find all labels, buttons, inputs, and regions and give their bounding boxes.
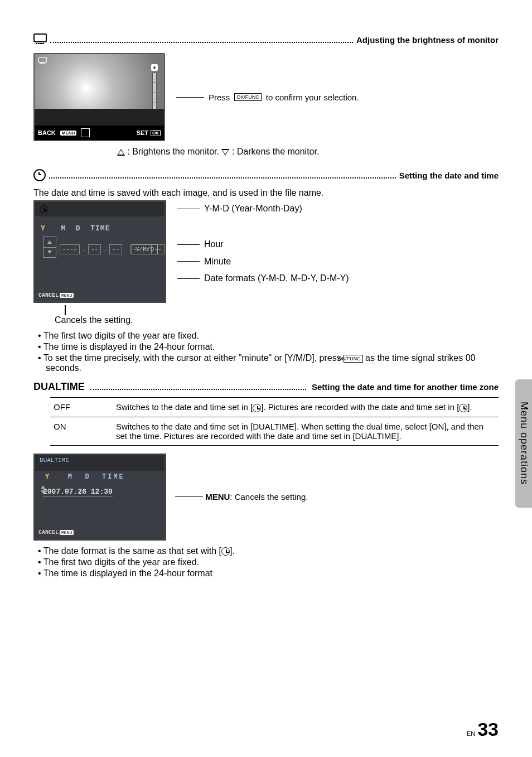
datetime-heading-text: Setting the date and time xyxy=(399,171,499,180)
datetime-intro: The date and time is saved with each ima… xyxy=(33,188,499,198)
clock-icon xyxy=(253,404,261,412)
menu-pill: MENU xyxy=(60,530,74,535)
datetime-heading: Setting the date and time xyxy=(33,169,499,181)
clock-icon xyxy=(459,404,467,412)
svg-rect-8 xyxy=(42,63,43,64)
ymd-box: Y/M/D xyxy=(132,244,158,254)
dualtime-lcd-screenshot: DUALTIME Y M D TIME 2007.07.26 12:30 CAN… xyxy=(33,454,166,541)
cancel-label: CANCEL xyxy=(38,529,59,536)
side-tab-label: Menu operations xyxy=(518,402,530,485)
mode-icon xyxy=(81,128,90,137)
dualtime-heading: DUALTIME Setting the date and time for a… xyxy=(33,381,499,393)
option-desc: Switches to the date and time set in [].… xyxy=(113,398,499,417)
svg-rect-1 xyxy=(36,43,37,44)
bullet: The first two digits of the year are fix… xyxy=(38,557,499,567)
brightness-preview-screenshot: + − BACK MENU SET OK xyxy=(33,53,165,141)
cancel-caption: Cancels the setting. xyxy=(55,315,166,325)
ymd-label: Y-M-D (Year-Month-Day) xyxy=(204,200,302,217)
table-row: OFF Switches to the date and time set in… xyxy=(50,398,499,417)
svg-rect-4 xyxy=(42,43,44,44)
txt: Switches to the date and time set in [ xyxy=(116,402,253,412)
datetime-bullets: The first two digits of the year are fix… xyxy=(33,331,499,373)
monitor-brightness-icon xyxy=(33,33,47,46)
dualtime-title: DUALTIME xyxy=(33,381,85,393)
okfunc-button-icon: OK/FUNC xyxy=(234,93,262,101)
option-key: ON xyxy=(50,417,113,445)
set-label: SET xyxy=(137,129,148,136)
bullet3-pre: To set the time precisely, with the curs… xyxy=(43,353,344,363)
option-key: OFF xyxy=(50,398,113,417)
table-row: ON Switches to the date and time set in … xyxy=(50,417,499,445)
back-label: BACK xyxy=(38,129,56,136)
clock-icon xyxy=(221,547,230,556)
monitor-brightness-icon xyxy=(38,56,47,66)
svg-rect-7 xyxy=(41,63,42,64)
menu-rest: : Cancels the setting. xyxy=(230,492,308,502)
bullet: To set the time precisely, with the curs… xyxy=(38,353,499,373)
confirm-prefix: Press xyxy=(209,93,230,102)
dualtime-bullets: The date format is the same as that set … xyxy=(33,546,499,578)
brightness-heading: Adjusting the brightness of monitor xyxy=(33,33,499,46)
updown-tiny-icon xyxy=(41,485,45,495)
bullet: The time is displayed in the 24-hour for… xyxy=(38,342,499,352)
txt: The date format is the same as that set … xyxy=(43,546,221,556)
lcd-row-labels: Y M D TIME xyxy=(35,471,165,481)
minute-label: Minute xyxy=(204,253,231,270)
bullet: The first two digits of the year are fix… xyxy=(38,331,499,341)
clock-icon xyxy=(40,205,47,213)
txt: ]. Pictures are recorded with the date a… xyxy=(261,402,459,412)
brightness-triangles-line: : Brightens the monitor. : Darkens the m… xyxy=(117,147,499,157)
page-number: EN 33 xyxy=(467,719,499,740)
darken-text: : Darkens the monitor. xyxy=(232,147,320,156)
svg-rect-5 xyxy=(38,57,46,62)
menu-pill: MENU xyxy=(60,131,77,136)
bullet: The time is displayed in the 24-hour for… xyxy=(38,568,499,578)
dualtime-options-table: OFF Switches to the date and time set in… xyxy=(50,397,499,446)
brighten-text: : Brightens the monitor. xyxy=(127,147,221,156)
triangle-up-icon xyxy=(117,149,125,156)
confirm-line: Press OK/FUNC to confirm your selection. xyxy=(176,93,359,102)
svg-rect-9 xyxy=(44,63,45,64)
side-tab: Menu operations xyxy=(515,379,532,508)
cancel-label: CANCEL xyxy=(38,292,59,298)
lcd-date-value: 2007.07.26 12:30 xyxy=(43,488,113,497)
dualtime-subheading: Setting the date and time for another ti… xyxy=(312,382,499,392)
plus-icon: + xyxy=(151,64,158,71)
okfunc-button-icon: OK/FUNC xyxy=(344,355,363,363)
page-en: EN xyxy=(467,730,475,737)
txt: ]. xyxy=(230,546,235,556)
svg-rect-0 xyxy=(34,34,46,42)
svg-rect-6 xyxy=(40,63,41,64)
formats-label: Date formats (Y-M-D, M-D-Y, D-M-Y) xyxy=(204,270,349,287)
svg-rect-3 xyxy=(40,43,42,44)
bullet: The date format is the same as that set … xyxy=(38,546,499,556)
datetime-lcd-screenshot: Y M D TIME ----.--.-- --:-- Y/M/D CANCEL… xyxy=(33,200,166,303)
menu-bold: MENU xyxy=(205,492,230,502)
updown-control-icon xyxy=(43,237,56,258)
confirm-suffix: to confirm your selection. xyxy=(266,93,359,102)
svg-rect-2 xyxy=(38,43,40,44)
lcd-title: DUALTIME xyxy=(35,455,165,471)
brightness-heading-text: Adjusting the brightness of monitor xyxy=(356,35,499,45)
ok-pill: OK xyxy=(151,130,161,136)
menu-cancel-callout: MENU: Cancels the setting. xyxy=(175,492,308,502)
option-desc: Switches to the date and time set in [DU… xyxy=(113,417,499,445)
clock-icon xyxy=(33,169,46,181)
hour-label: Hour xyxy=(204,236,224,253)
menu-pill: MENU xyxy=(60,293,74,298)
page-num-value: 33 xyxy=(477,719,499,740)
txt: ]. xyxy=(467,402,472,412)
triangle-down-icon xyxy=(221,149,229,156)
